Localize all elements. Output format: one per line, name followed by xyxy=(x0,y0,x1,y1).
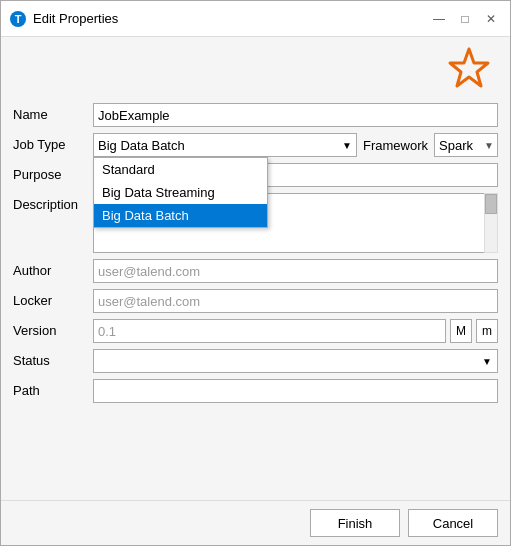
jobtype-dropdown-trigger[interactable]: Big Data Batch ▼ xyxy=(93,133,357,157)
status-control: ▼ xyxy=(93,349,498,373)
version-input[interactable] xyxy=(93,319,446,343)
name-input[interactable] xyxy=(93,103,498,127)
status-label: Status xyxy=(13,349,93,368)
jobtype-row: Job Type Big Data Batch ▼ Standard Big D… xyxy=(13,133,498,157)
version-minor-button[interactable]: m xyxy=(476,319,498,343)
status-select-wrapper: ▼ xyxy=(93,349,498,373)
name-row: Name xyxy=(13,103,498,127)
jobtype-selected-text: Big Data Batch xyxy=(98,138,342,153)
name-control xyxy=(93,103,498,127)
purpose-label: Purpose xyxy=(13,163,93,182)
jobtype-label: Job Type xyxy=(13,133,93,152)
maximize-button[interactable]: □ xyxy=(454,8,476,30)
path-control xyxy=(93,379,498,403)
framework-select[interactable]: Spark xyxy=(434,133,498,157)
locker-input[interactable] xyxy=(93,289,498,313)
author-label: Author xyxy=(13,259,93,278)
description-scrollbar[interactable] xyxy=(484,193,498,253)
status-row: Status ▼ xyxy=(13,349,498,373)
locker-control xyxy=(93,289,498,313)
description-label: Description xyxy=(13,193,93,212)
talend-star-logo xyxy=(444,45,494,95)
path-input[interactable] xyxy=(93,379,498,403)
title-bar: T Edit Properties — □ ✕ xyxy=(1,1,510,37)
cancel-button[interactable]: Cancel xyxy=(408,509,498,537)
status-select[interactable] xyxy=(93,349,498,373)
version-row: Version M m xyxy=(13,319,498,343)
close-button[interactable]: ✕ xyxy=(480,8,502,30)
version-major-button[interactable]: M xyxy=(450,319,472,343)
logo-area xyxy=(1,37,510,99)
svg-text:T: T xyxy=(15,13,22,25)
path-label: Path xyxy=(13,379,93,398)
jobtype-option-streaming[interactable]: Big Data Streaming xyxy=(94,181,267,204)
jobtype-option-standard[interactable]: Standard xyxy=(94,158,267,181)
version-controls: M m xyxy=(93,319,498,343)
jobtype-select-wrapper: Big Data Batch ▼ Standard Big Data Strea… xyxy=(93,133,357,157)
author-row: Author xyxy=(13,259,498,283)
dialog-footer: Finish Cancel xyxy=(1,500,510,545)
minimize-button[interactable]: — xyxy=(428,8,450,30)
scrollbar-thumb xyxy=(485,194,497,214)
edit-properties-dialog: T Edit Properties — □ ✕ Name Job Type xyxy=(0,0,511,546)
svg-marker-2 xyxy=(450,49,488,86)
window-controls: — □ ✕ xyxy=(428,8,502,30)
locker-label: Locker xyxy=(13,289,93,308)
jobtype-dropdown-menu: Standard Big Data Streaming Big Data Bat… xyxy=(93,157,268,228)
jobtype-controls: Big Data Batch ▼ Standard Big Data Strea… xyxy=(93,133,498,157)
finish-button[interactable]: Finish xyxy=(310,509,400,537)
dialog-title: Edit Properties xyxy=(33,11,428,26)
version-label: Version xyxy=(13,319,93,338)
name-label: Name xyxy=(13,103,93,122)
author-input[interactable] xyxy=(93,259,498,283)
version-control: M m xyxy=(93,319,498,343)
framework-label: Framework xyxy=(363,138,428,153)
app-icon: T xyxy=(9,10,27,28)
jobtype-option-batch[interactable]: Big Data Batch xyxy=(94,204,267,227)
author-control xyxy=(93,259,498,283)
jobtype-control: Big Data Batch ▼ Standard Big Data Strea… xyxy=(93,133,498,157)
path-row: Path xyxy=(13,379,498,403)
framework-select-wrapper: Spark ▼ xyxy=(434,133,498,157)
locker-row: Locker xyxy=(13,289,498,313)
form-content: Name Job Type Big Data Batch ▼ Sta xyxy=(1,99,510,500)
jobtype-arrow-icon: ▼ xyxy=(342,140,352,151)
